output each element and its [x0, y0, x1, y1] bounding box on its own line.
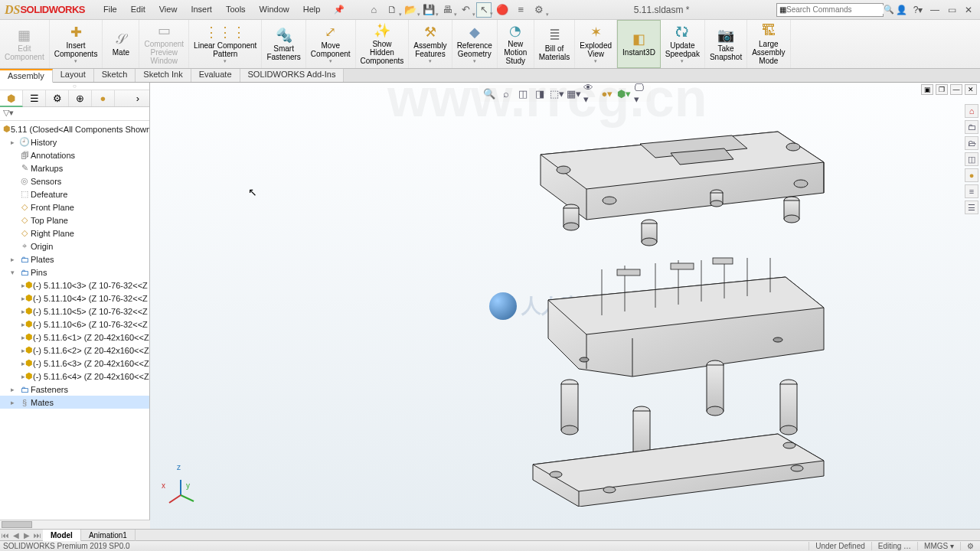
- close-icon[interactable]: ✕: [962, 5, 975, 15]
- view-palette-icon[interactable]: ◫: [965, 152, 978, 166]
- tree-plates-folder[interactable]: ▸🗀Plates: [0, 253, 149, 266]
- tree-origin[interactable]: ⌖Origin: [0, 240, 149, 253]
- menu-tools[interactable]: Tools: [220, 3, 252, 16]
- tab-last-icon[interactable]: ⏭: [32, 531, 43, 540]
- reference-geometry-button[interactable]: ◆Reference Geometry▾: [452, 20, 498, 68]
- fm-tree-tab[interactable]: ⬢: [0, 90, 23, 107]
- insert-components-button[interactable]: ✚Insert Components▾: [50, 20, 103, 68]
- tree-top-plane[interactable]: ◇Top Plane: [0, 214, 149, 227]
- menu-window[interactable]: Window: [253, 3, 296, 16]
- tree-pin-item[interactable]: ▸⬢(-) 5.11.6<3> (Z 20-42x160<<Z 2…: [0, 357, 149, 370]
- assembly-features-button[interactable]: ⚒Assembly Features▾: [409, 20, 452, 68]
- status-customize-icon[interactable]: ⚙: [960, 542, 980, 550]
- file-explorer-icon[interactable]: 🗁: [965, 136, 978, 150]
- menu-help[interactable]: Help: [297, 3, 327, 16]
- doc-restore-icon[interactable]: ❐: [936, 84, 948, 95]
- help-icon[interactable]: ?▾: [911, 5, 925, 15]
- tree-annotations[interactable]: 🗐Annotations: [0, 148, 149, 161]
- select-icon[interactable]: ↖: [476, 2, 492, 18]
- tree-pin-item[interactable]: ▸⬢(-) 5.11.10<3> (Z 10-76-32<<Z 1…: [0, 279, 149, 292]
- scroll-thumb[interactable]: [2, 521, 32, 528]
- tree-front-plane[interactable]: ◇Front Plane: [0, 201, 149, 214]
- tab-prev-icon[interactable]: ◀: [11, 531, 21, 540]
- property-manager-tab[interactable]: ☰: [23, 90, 46, 106]
- minimize-icon[interactable]: —: [928, 5, 942, 15]
- tab-addins[interactable]: SOLIDWORKS Add-Ins: [240, 69, 345, 82]
- forum-icon[interactable]: ☰: [965, 201, 978, 214]
- exploded-view-button[interactable]: ✶Exploded View▾: [575, 20, 617, 68]
- mate-button[interactable]: 𝒮Mate: [103, 20, 139, 68]
- menu-edit[interactable]: Edit: [125, 3, 152, 16]
- tab-animation1[interactable]: Animation1: [81, 530, 136, 541]
- show-hidden-button[interactable]: ✨Show Hidden Components: [356, 20, 410, 68]
- panel-splitter[interactable]: ○: [0, 83, 149, 90]
- bom-button[interactable]: ≣Bill of Materials: [534, 20, 576, 68]
- options-icon[interactable]: ≡: [513, 2, 528, 18]
- settings-icon[interactable]: ⚙: [531, 2, 547, 18]
- config-manager-tab[interactable]: ⚙: [46, 90, 69, 106]
- tab-model[interactable]: Model: [43, 530, 81, 541]
- tab-first-icon[interactable]: ⏮: [0, 531, 11, 540]
- view-triad[interactable]: zyx: [169, 480, 200, 512]
- save-icon[interactable]: 💾: [421, 2, 436, 18]
- tree-pin-item[interactable]: ▸⬢(-) 5.11.10<6> (Z 10-76-32<<Z 1…: [0, 318, 149, 331]
- open-icon[interactable]: 📂: [403, 2, 418, 18]
- graphics-area[interactable]: ▣ ❐ — ✕ 🔍 ⌕ ◫ ◨ ⬚▾ ▦▾ 👁▾ ●▾ ⬢▾ 🖵▾ ⌂ 🗀 🗁 …: [150, 83, 980, 529]
- menu-file[interactable]: File: [97, 3, 123, 16]
- tree-right-plane[interactable]: ◇Right Plane: [0, 227, 149, 240]
- dimxpert-tab[interactable]: ⊕: [69, 90, 92, 106]
- display-manager-tab[interactable]: ●: [92, 90, 115, 106]
- appearances-icon[interactable]: ●: [965, 168, 978, 182]
- tab-sketch-ink[interactable]: Sketch Ink: [136, 69, 191, 82]
- tree-defeature[interactable]: ⬚Defeature: [0, 187, 149, 201]
- large-assembly-button[interactable]: 🏗Large Assembly Mode: [747, 20, 790, 68]
- tab-evaluate[interactable]: Evaluate: [191, 69, 240, 82]
- menu-view[interactable]: View: [153, 3, 184, 16]
- new-motion-study-button[interactable]: ◔New Motion Study: [498, 20, 534, 68]
- tree-pins-folder[interactable]: ▾🗀Pins: [0, 266, 149, 279]
- tree-sensors[interactable]: ◎Sensors: [0, 174, 149, 187]
- take-snapshot-button[interactable]: 📷Take Snapshot: [705, 20, 747, 68]
- search-commands[interactable]: ▦ 🔍: [776, 3, 884, 17]
- doc-close-icon[interactable]: ✕: [965, 84, 977, 95]
- tree-pin-item[interactable]: ▸⬢(-) 5.11.10<5> (Z 10-76-32<<Z 1…: [0, 305, 149, 318]
- tab-sketch[interactable]: Sketch: [94, 69, 136, 82]
- menu-pin-icon[interactable]: 📌: [328, 3, 351, 16]
- fm-expand-icon[interactable]: ›: [126, 90, 149, 106]
- custom-props-icon[interactable]: ≡: [965, 184, 978, 198]
- svg-point-51: [603, 487, 616, 493]
- tab-assembly[interactable]: Assembly: [0, 69, 53, 83]
- status-units[interactable]: MMGS ▾: [917, 542, 960, 550]
- menu-insert[interactable]: Insert: [185, 3, 218, 16]
- linear-pattern-button[interactable]: ⋮⋮⋮Linear Component Pattern▾: [189, 20, 262, 68]
- tab-layout[interactable]: Layout: [53, 69, 94, 82]
- tree-markups[interactable]: ✎Markups: [0, 161, 149, 174]
- update-speedpak-button[interactable]: 🗘Update Speedpak▾: [661, 20, 705, 68]
- move-component-button[interactable]: ⤢Move Component▾: [306, 20, 356, 68]
- user-icon[interactable]: 👤: [894, 5, 908, 15]
- tree-history[interactable]: ▸🕘History: [0, 135, 149, 148]
- tree-pin-item[interactable]: ▸⬢(-) 5.11.10<4> (Z 10-76-32<<Z 1…: [0, 292, 149, 305]
- tree-root[interactable]: ⬢5.11 (Closed<All Components Shown>): [0, 122, 149, 135]
- tree-pin-item[interactable]: ▸⬢(-) 5.11.6<1> (Z 20-42x160<<Z 2…: [0, 331, 149, 344]
- home-icon[interactable]: ⌂: [366, 2, 381, 18]
- smart-fasteners-button[interactable]: 🔩Smart Fasteners: [262, 20, 305, 68]
- undo-icon[interactable]: ↶: [458, 2, 473, 18]
- tree-mates[interactable]: ▸§Mates: [0, 396, 149, 409]
- search-scope-icon[interactable]: ▦: [779, 5, 786, 14]
- tree-fasteners-folder[interactable]: ▸🗀Fasteners: [0, 383, 149, 396]
- sw-resources-icon[interactable]: ⌂: [965, 104, 978, 118]
- tree-pin-item[interactable]: ▸⬢(-) 5.11.6<4> (Z 20-42x160<<Z 2…: [0, 370, 149, 383]
- doc-min-icon[interactable]: —: [950, 84, 962, 95]
- print-icon[interactable]: 🖶: [439, 2, 455, 18]
- new-icon[interactable]: 🗋: [384, 2, 400, 18]
- doc-max-icon[interactable]: ▣: [921, 84, 933, 95]
- tree-pin-item[interactable]: ▸⬢(-) 5.11.6<2> (Z 20-42x160<<Z 2…: [0, 344, 149, 357]
- rebuild-icon[interactable]: 🔴: [495, 2, 510, 18]
- tab-next-icon[interactable]: ▶: [21, 531, 32, 540]
- design-library-icon[interactable]: 🗀: [965, 120, 978, 134]
- tree-filter[interactable]: ▽▾: [0, 107, 149, 121]
- maximize-icon[interactable]: ▭: [945, 5, 959, 15]
- instant3d-button[interactable]: ◧Instant3D: [617, 20, 661, 68]
- search-input[interactable]: [786, 5, 884, 14]
